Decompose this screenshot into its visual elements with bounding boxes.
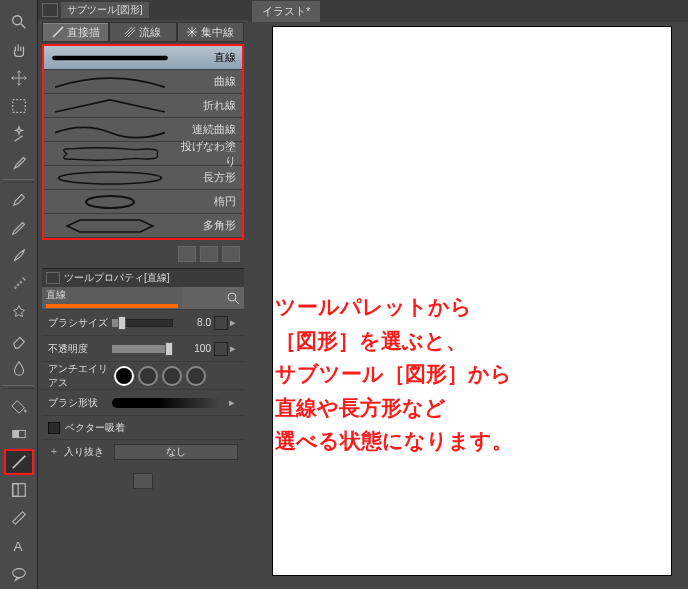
brush-size-value[interactable]: 8.0 <box>179 317 211 328</box>
canvas-tab[interactable]: イラスト* <box>252 1 320 22</box>
opacity-row: 不透明度 100 ▸ <box>42 335 244 361</box>
svg-rect-9 <box>12 484 25 497</box>
preview-lasso-icon <box>50 142 170 165</box>
svg-rect-7 <box>12 430 18 437</box>
opacity-slider[interactable] <box>112 345 173 353</box>
preview-curve-icon <box>50 70 170 93</box>
tool-property-title-bar: ツールプロパティ[直線] <box>42 269 244 287</box>
duplicate-subtool-icon[interactable] <box>178 246 196 262</box>
subtool-straight-line[interactable]: 直線 <box>44 46 242 70</box>
subtool-ellipse[interactable]: 楕円 <box>44 190 242 214</box>
subtool-menu-icon[interactable] <box>222 246 240 262</box>
in-out-row: + 入り抜き なし <box>42 439 244 463</box>
subtool-label: 多角形 <box>178 218 236 233</box>
svg-line-13 <box>53 27 63 37</box>
gradient-tool[interactable] <box>4 421 34 447</box>
svg-point-5 <box>19 281 21 283</box>
svg-rect-10 <box>12 484 17 497</box>
preview-continuous-curve-icon <box>50 118 170 141</box>
antialias-label: アンチエイリアス <box>48 362 112 390</box>
magnifier-tool[interactable] <box>4 9 34 35</box>
opacity-value[interactable]: 100 <box>179 343 211 354</box>
chevron-right-icon[interactable]: ▸ <box>226 396 238 409</box>
expand-icon[interactable]: + <box>48 446 60 457</box>
blend-tool[interactable] <box>4 355 34 381</box>
canvas-tab-label: イラスト* <box>262 5 310 17</box>
brush-size-slider[interactable] <box>112 319 173 327</box>
figure-tool[interactable] <box>4 449 34 475</box>
fill-tool[interactable] <box>4 393 34 419</box>
subtool-label: 直線 <box>178 50 236 65</box>
preview-polygon-icon <box>50 214 170 237</box>
annotation-line: ツールパレットから <box>275 290 675 324</box>
chevron-right-icon[interactable]: ▸ <box>228 316 238 329</box>
subtool-label: 連続曲線 <box>178 122 236 137</box>
svg-point-17 <box>228 293 236 301</box>
in-out-value: なし <box>166 445 186 459</box>
tool-divider-2 <box>3 385 34 389</box>
chevron-right-icon[interactable]: ▸ <box>228 342 238 355</box>
line-icon <box>52 26 64 38</box>
airbrush-tool[interactable] <box>4 271 34 297</box>
annotation-line: ［図形］を選ぶと、 <box>275 324 675 358</box>
subtool-list: 直線 曲線 折れ線 連続曲線 投げなわ塗り 長方形 楕円 多角形 <box>42 44 244 240</box>
subtool-label: 投げなわ塗り <box>178 139 236 169</box>
category-focusline[interactable]: 集中線 <box>177 22 244 42</box>
eyedropper-tool[interactable] <box>4 149 34 175</box>
subtool-polygon[interactable]: 多角形 <box>44 214 242 238</box>
svg-point-12 <box>12 569 25 578</box>
brush-shape-preview[interactable] <box>112 398 226 408</box>
brush-size-row: ブラシサイズ 8.0 ▸ <box>42 309 244 335</box>
antialias-option-2[interactable] <box>138 366 158 386</box>
subtool-panel-tab[interactable]: サブツール[図形] <box>61 2 149 18</box>
subtool-lasso-fill[interactable]: 投げなわ塗り <box>44 142 242 166</box>
move-tool[interactable] <box>4 65 34 91</box>
balloon-tool[interactable] <box>4 561 34 587</box>
subtool-curve[interactable]: 曲線 <box>44 70 242 94</box>
svg-line-18 <box>235 300 239 304</box>
text-tool[interactable]: A <box>4 533 34 559</box>
subtool-label: 長方形 <box>178 170 236 185</box>
antialias-option-3[interactable] <box>162 366 182 386</box>
in-out-select[interactable]: なし <box>114 444 238 460</box>
tool-divider <box>3 179 34 183</box>
panel-grip-icon[interactable] <box>46 272 60 284</box>
preset-selector[interactable]: 直線 <box>42 287 244 309</box>
antialias-option-1[interactable] <box>114 366 134 386</box>
subtool-rectangle[interactable]: 長方形 <box>44 166 242 190</box>
vector-snap-checkbox[interactable] <box>48 422 60 434</box>
category-flowline[interactable]: 流線 <box>109 22 176 42</box>
opacity-dynamics-icon[interactable] <box>214 342 228 356</box>
wand-tool[interactable] <box>4 121 34 147</box>
annotation-line: サブツール［図形］から <box>275 357 675 391</box>
svg-line-8 <box>12 456 25 469</box>
brush-size-dynamics-icon[interactable] <box>214 316 228 330</box>
frame-tool[interactable] <box>4 477 34 503</box>
subtool-panel-tabs: サブツール[図形] <box>38 0 248 20</box>
preview-polyline-icon <box>50 94 170 117</box>
antialias-row: アンチエイリアス <box>42 361 244 389</box>
eraser-tool[interactable] <box>4 327 34 353</box>
ruler-tool[interactable] <box>4 505 34 531</box>
panel-grip-icon[interactable] <box>42 3 58 17</box>
pen-tool[interactable] <box>4 187 34 213</box>
preset-list-area[interactable] <box>182 287 244 309</box>
category-direct[interactable]: 直接描 <box>42 22 109 42</box>
subtool-polyline[interactable]: 折れ線 <box>44 94 242 118</box>
preview-line-icon <box>50 46 170 69</box>
wrench-icon[interactable] <box>133 473 153 489</box>
hand-tool[interactable] <box>4 37 34 63</box>
subtool-panel-title: サブツール[図形] <box>67 3 143 17</box>
pencil-tool[interactable] <box>4 215 34 241</box>
category-focusline-label: 集中線 <box>201 25 234 40</box>
selection-tool[interactable] <box>4 93 34 119</box>
delete-subtool-icon[interactable] <box>200 246 218 262</box>
antialias-option-4[interactable] <box>186 366 206 386</box>
search-icon[interactable] <box>226 291 240 305</box>
decoration-tool[interactable] <box>4 299 34 325</box>
brush-tool[interactable] <box>4 243 34 269</box>
preview-ellipse-icon <box>50 190 170 213</box>
annotation-line: 選べる状態になります。 <box>275 424 675 458</box>
brush-size-label: ブラシサイズ <box>48 316 112 330</box>
subtool-label: 楕円 <box>178 194 236 209</box>
